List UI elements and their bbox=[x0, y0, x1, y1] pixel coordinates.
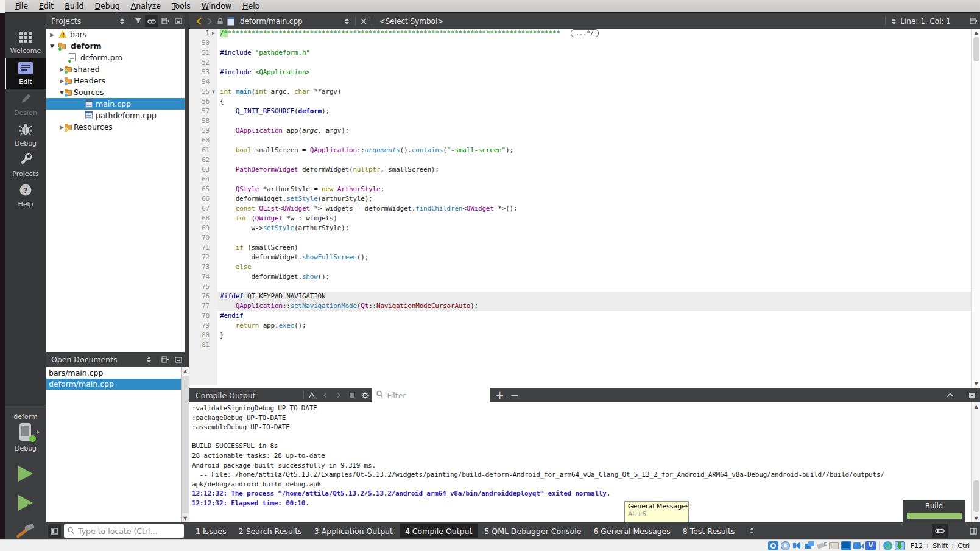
compile-output-scrollbar[interactable]: ▲ ▼ bbox=[971, 402, 980, 522]
open-doc-bars-main-cpp[interactable]: bars/main.cpp bbox=[46, 367, 181, 379]
stop-icon[interactable] bbox=[345, 389, 359, 402]
fold-ellipsis-pill[interactable]: ...*/ bbox=[571, 29, 599, 37]
pane-button-2-Search-Results[interactable]: 2 Search Results bbox=[233, 524, 308, 538]
menu-edit[interactable]: Edit bbox=[33, 0, 59, 12]
forward-icon[interactable] bbox=[204, 15, 214, 27]
mode-welcome[interactable]: Welcome bbox=[5, 28, 46, 58]
split-panel-icon[interactable] bbox=[158, 15, 172, 27]
mode-design[interactable]: Design bbox=[5, 89, 46, 119]
output-line: :assembleDebug UP-TO-DATE bbox=[192, 423, 884, 432]
minimize-panel-button[interactable]: − bbox=[507, 389, 522, 401]
collapse-panel-icon[interactable] bbox=[943, 389, 957, 402]
run-button[interactable] bbox=[18, 466, 33, 482]
menu-analyze[interactable]: Analyze bbox=[125, 0, 166, 12]
progress-details-button[interactable] bbox=[932, 524, 948, 538]
vm-vbox-icon[interactable]: V bbox=[865, 541, 876, 550]
output-panes-icon[interactable] bbox=[965, 389, 979, 402]
document-dropdown[interactable]: deform/main.cpp bbox=[240, 17, 303, 26]
tree-item-deform-pro[interactable]: deform.pro bbox=[46, 52, 185, 63]
output-line: apk/debug/android-build-debug.apk bbox=[192, 480, 884, 490]
kit-selector-button[interactable] bbox=[18, 423, 33, 441]
output-line: 12:12:32: The process "/home/attila/Qt5.… bbox=[192, 489, 884, 499]
expand-arrow-icon[interactable]: ▶ bbox=[60, 124, 64, 130]
menu-window[interactable]: Window bbox=[196, 0, 237, 12]
menu-file[interactable]: File bbox=[10, 0, 33, 12]
vm-usb-icon[interactable] bbox=[817, 541, 827, 550]
pane-button-6-General-Messages[interactable]: 6 General Messages bbox=[588, 524, 675, 538]
build-button[interactable] bbox=[16, 524, 35, 539]
tree-item-Resources[interactable]: ▶Resources bbox=[46, 121, 185, 133]
panel-updown-icon[interactable] bbox=[115, 15, 129, 27]
opendocs-panel-title[interactable]: Open Documents bbox=[46, 355, 142, 364]
pane-button-5-QML-Debugger-Console[interactable]: 5 QML Debugger Console bbox=[479, 524, 587, 538]
expand-arrow-icon[interactable]: ▶ bbox=[60, 78, 64, 84]
tree-item-deform[interactable]: ▼deform bbox=[46, 40, 185, 52]
expand-arrow-icon[interactable]: ▶ bbox=[60, 66, 64, 72]
compile-output-body[interactable]: :validateSigningDebug UP-TO-DATE:package… bbox=[189, 402, 971, 522]
expand-arrow-icon[interactable]: ▼ bbox=[60, 89, 64, 96]
menu-help[interactable]: Help bbox=[237, 0, 266, 12]
symbol-dropdown[interactable]: <Select Symbol> bbox=[379, 17, 444, 26]
opendocs-updown-icon[interactable] bbox=[142, 353, 155, 366]
tree-item-label: bars bbox=[70, 30, 86, 39]
mode-projects[interactable]: Projects bbox=[5, 150, 46, 180]
tree-item-Headers[interactable]: ▶Headers bbox=[46, 75, 185, 86]
output-pane-buttons: 1 Issues2 Search Results3 Application Ou… bbox=[190, 524, 740, 538]
document-updown-icon[interactable] bbox=[340, 15, 354, 27]
debug-run-button[interactable] bbox=[18, 495, 33, 511]
mode-edit[interactable]: Edit bbox=[5, 58, 46, 89]
locator-input[interactable]: Type to locate (Ctrl... bbox=[64, 524, 184, 538]
vm-network-icon[interactable] bbox=[805, 541, 815, 550]
filter-input[interactable]: Filter bbox=[372, 388, 490, 402]
vm-download-icon[interactable] bbox=[895, 541, 905, 550]
sidebar-toggle-button[interactable] bbox=[48, 524, 61, 538]
next-item-icon[interactable] bbox=[332, 389, 345, 402]
expand-arrow-icon[interactable]: ▼ bbox=[50, 43, 54, 49]
wordwrap-icon[interactable] bbox=[305, 389, 319, 402]
pane-button-1-Issues[interactable]: 1 Issues bbox=[190, 524, 232, 538]
vm-display-icon[interactable] bbox=[841, 541, 851, 550]
vm-audio-icon[interactable] bbox=[792, 541, 803, 550]
tree-item-label: Headers bbox=[74, 76, 105, 85]
prev-item-icon[interactable] bbox=[319, 389, 332, 402]
editor-scrollbar[interactable]: ▲ ▼ bbox=[971, 29, 980, 388]
close-panel-icon[interactable] bbox=[172, 15, 185, 27]
open-doc-deform-main-cpp[interactable]: deform/main.cpp bbox=[46, 379, 181, 390]
panel-splitter[interactable] bbox=[185, 13, 189, 367]
vm-folder-icon[interactable] bbox=[829, 541, 839, 550]
tree-item-shared[interactable]: ▶shared bbox=[46, 63, 185, 75]
vm-cdrom-icon[interactable] bbox=[780, 541, 791, 550]
editor-split-icon[interactable] bbox=[967, 15, 980, 27]
pane-updown-icon[interactable] bbox=[745, 525, 758, 538]
opendocs-scrollbar[interactable]: ▲ ▼ bbox=[181, 367, 189, 522]
menu-tools[interactable]: Tools bbox=[166, 0, 196, 12]
tree-item-pathdeform-cpp[interactable]: pathdeform.cpp bbox=[46, 110, 185, 121]
close-document-icon[interactable] bbox=[357, 15, 370, 27]
tree-item-Sources[interactable]: ▼Sources bbox=[46, 86, 185, 98]
line-col-indicator[interactable]: Line: 1, Col: 1 bbox=[900, 17, 951, 26]
pane-button-4-Compile-Output[interactable]: 4 Compile Output bbox=[400, 524, 478, 538]
tree-item-main-cpp[interactable]: main.cpp bbox=[46, 98, 185, 110]
code-editor[interactable]: 1▶/*************************************… bbox=[189, 29, 971, 388]
settings-gear-icon[interactable] bbox=[359, 389, 372, 402]
opendocs-close-icon[interactable] bbox=[172, 353, 185, 366]
mode-debug[interactable]: Debug bbox=[5, 119, 46, 150]
vm-swirl-icon[interactable] bbox=[883, 541, 893, 550]
mode-help[interactable]: ?Help bbox=[5, 180, 46, 211]
projects-panel-title[interactable]: Projects bbox=[46, 16, 115, 26]
vm-camera-icon[interactable] bbox=[853, 541, 864, 550]
window-layout-icon[interactable] bbox=[967, 525, 980, 538]
vm-harddisk-icon[interactable] bbox=[768, 541, 778, 550]
back-icon[interactable] bbox=[194, 15, 204, 27]
maximize-panel-button[interactable]: + bbox=[493, 389, 507, 401]
pane-button-3-Application-Output[interactable]: 3 Application Output bbox=[309, 524, 398, 538]
tree-item-bars[interactable]: ▶!bars bbox=[46, 29, 185, 40]
pane-button-8-Test-Results[interactable]: 8 Test Results bbox=[677, 524, 741, 538]
opendocs-split-icon[interactable] bbox=[158, 353, 172, 366]
menu-debug[interactable]: Debug bbox=[90, 0, 125, 12]
expand-arrow-icon[interactable]: ▶ bbox=[50, 32, 54, 38]
linecol-updown-icon[interactable] bbox=[887, 15, 900, 27]
menu-build[interactable]: Build bbox=[59, 0, 89, 12]
sync-link-icon[interactable] bbox=[145, 15, 158, 27]
filter-icon[interactable] bbox=[132, 15, 145, 27]
